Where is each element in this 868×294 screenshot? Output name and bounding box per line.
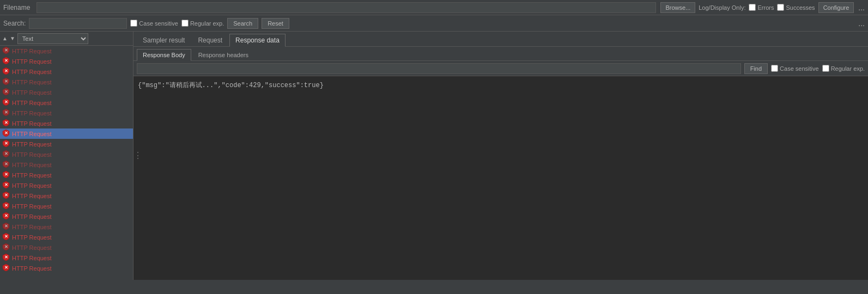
list-item[interactable]: ✕ HTTP Request	[0, 66, 133, 77]
list-item-label: HTTP Request	[12, 172, 52, 179]
left-panel: ▲ ▼ Text XML JSON HTML Binary ✕ HTTP Req…	[0, 32, 133, 280]
list-item-label: HTTP Request	[12, 213, 52, 220]
list-item[interactable]: ✕ HTTP Request	[0, 191, 133, 201]
browse-button[interactable]: Browse...	[660, 2, 695, 13]
list-item-label: HTTP Request	[12, 89, 52, 96]
main-tabs-row: Sampler result Request Response data	[133, 32, 868, 47]
case-sensitive-label: Case sensitive	[139, 20, 178, 27]
svg-text:✕: ✕	[4, 69, 8, 74]
find-regular-exp-group[interactable]: Regular exp.	[822, 65, 865, 72]
find-case-sensitive-checkbox[interactable]	[771, 65, 778, 72]
list-item[interactable]: ✕ HTTP Request	[0, 242, 133, 253]
list-item-label: HTTP Request	[12, 162, 52, 168]
error-icon: ✕	[2, 181, 12, 190]
list-item-label: HTTP Request	[12, 131, 52, 137]
find-case-sensitive-group[interactable]: Case sensitive	[771, 65, 819, 72]
error-icon: ✕	[2, 243, 12, 252]
error-icon: ✕	[2, 201, 12, 211]
list-item-label: HTTP Request	[12, 48, 52, 54]
resize-handle[interactable]	[131, 32, 133, 280]
reset-button[interactable]: Reset	[262, 18, 289, 29]
list-item[interactable]: ✕ HTTP Request	[0, 87, 133, 97]
list-item-label: HTTP Request	[12, 193, 52, 199]
top-toolbar: Filename Browse... Log/Display Only: Err…	[0, 0, 868, 15]
svg-text:✕: ✕	[4, 58, 8, 63]
filename-input[interactable]	[37, 2, 656, 13]
svg-text:✕: ✕	[4, 141, 8, 146]
sub-tab-response-headers[interactable]: Response headers	[192, 48, 254, 60]
tab-response-data[interactable]: Response data	[229, 34, 286, 47]
response-body-content: {"msg":"请稍后再试...","code":429,"success":t…	[133, 76, 868, 280]
svg-text:✕: ✕	[4, 100, 8, 105]
left-arrow-button[interactable]: ▲	[2, 35, 8, 41]
svg-text:✕: ✕	[4, 110, 8, 115]
list-item[interactable]: ✕ HTTP Request	[0, 253, 133, 263]
error-icon: ✕	[2, 139, 12, 149]
list-item[interactable]: ✕ HTTP Request	[0, 180, 133, 191]
find-regular-exp-label: Regular exp.	[831, 65, 865, 72]
error-icon: ✕	[2, 264, 12, 273]
list-item[interactable]: ✕ HTTP Request	[0, 160, 133, 170]
find-input[interactable]	[137, 63, 741, 74]
successes-checkbox-group[interactable]: Successes	[777, 4, 815, 11]
svg-text:✕: ✕	[4, 203, 8, 208]
errors-checkbox[interactable]	[749, 4, 756, 11]
regular-exp-checkbox[interactable]	[181, 20, 189, 27]
list-item-label: HTTP Request	[12, 151, 52, 158]
error-icon: ✕	[2, 57, 12, 66]
list-item[interactable]: ✕ HTTP Request	[0, 211, 133, 222]
list-item-label: HTTP Request	[12, 203, 52, 210]
list-item[interactable]: ✕ HTTP Request	[0, 46, 133, 56]
list-item[interactable]: ✕ HTTP Request	[0, 56, 133, 66]
tab-sampler-result[interactable]: Sampler result	[137, 33, 191, 46]
list-item[interactable]: ✕ HTTP Request	[0, 263, 133, 273]
list-item[interactable]: ✕ HTTP Request	[0, 139, 133, 149]
regular-exp-group[interactable]: Regular exp.	[181, 20, 224, 27]
sub-tab-response-body[interactable]: Response Body	[137, 49, 191, 61]
case-sensitive-checkbox[interactable]	[130, 20, 137, 27]
search-dots-menu[interactable]: ...	[858, 19, 865, 28]
find-button[interactable]: Find	[744, 63, 768, 74]
configure-button[interactable]: Configure	[818, 2, 854, 13]
list-item-label: HTTP Request	[12, 255, 52, 261]
error-icon: ✕	[2, 119, 12, 128]
list-item[interactable]: ✕ HTTP Request	[0, 222, 133, 232]
left-drag-handle[interactable]: ⋮	[133, 151, 138, 160]
right-panel: Sampler result Request Response data Res…	[133, 32, 868, 280]
list-item[interactable]: ✕ HTTP Request	[0, 201, 133, 211]
type-dropdown[interactable]: Text XML JSON HTML Binary	[17, 33, 88, 44]
list-item-label: HTTP Request	[12, 244, 52, 251]
find-regular-exp-checkbox[interactable]	[822, 65, 829, 72]
filename-label: Filename	[3, 4, 30, 11]
search-input[interactable]	[29, 18, 127, 29]
search-button[interactable]: Search	[227, 18, 258, 29]
error-icon: ✕	[2, 129, 12, 138]
successes-checkbox[interactable]	[777, 4, 784, 11]
svg-text:✕: ✕	[4, 151, 8, 156]
list-item[interactable]: ✕ HTTP Request	[0, 118, 133, 128]
svg-text:✕: ✕	[4, 131, 8, 136]
main-layout: ▲ ▼ Text XML JSON HTML Binary ✕ HTTP Req…	[0, 32, 868, 280]
list-item-label: HTTP Request	[12, 141, 52, 148]
svg-text:✕: ✕	[4, 193, 8, 198]
case-sensitive-group[interactable]: Case sensitive	[130, 20, 178, 27]
list-item[interactable]: ✕ HTTP Request	[0, 108, 133, 118]
top-right-buttons: Browse... Log/Display Only: Errors Succe…	[660, 2, 854, 13]
list-item[interactable]: ✕ HTTP Request	[0, 170, 133, 180]
top-dots-menu[interactable]: ...	[858, 3, 865, 12]
error-icon: ✕	[2, 108, 12, 118]
errors-checkbox-group[interactable]: Errors	[749, 4, 774, 11]
list-item-label: HTTP Request	[12, 58, 52, 65]
error-icon: ✕	[2, 67, 12, 76]
tab-request[interactable]: Request	[192, 33, 228, 46]
list-item[interactable]: ✕ HTTP Request	[0, 77, 133, 87]
list-item[interactable]: ✕ HTTP Request	[0, 128, 133, 139]
list-item[interactable]: ✕ HTTP Request	[0, 97, 133, 108]
svg-text:✕: ✕	[4, 244, 8, 249]
list-item[interactable]: ✕ HTTP Request	[0, 232, 133, 242]
error-icon: ✕	[2, 77, 12, 87]
right-arrow-button[interactable]: ▼	[10, 35, 15, 41]
list-item-label: HTTP Request	[12, 79, 52, 85]
list-item[interactable]: ✕ HTTP Request	[0, 149, 133, 160]
list-item-label: HTTP Request	[12, 182, 52, 189]
